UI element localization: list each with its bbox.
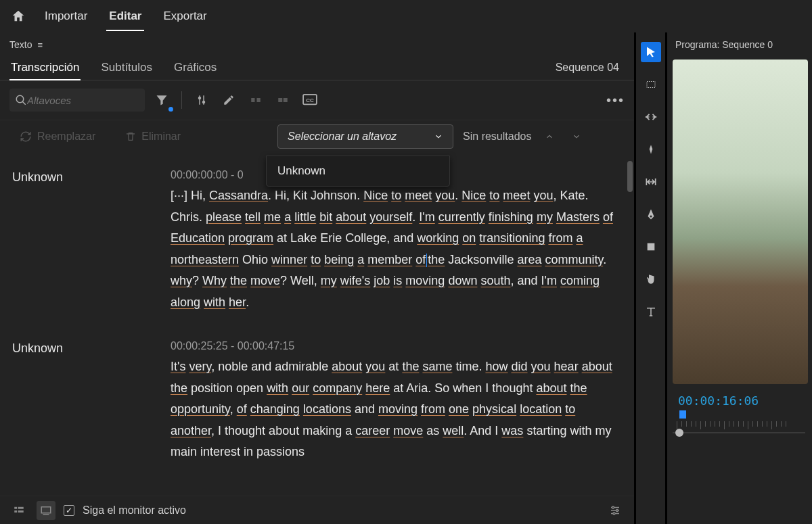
svg-text:CC: CC: [306, 97, 314, 103]
svg-rect-15: [18, 510, 24, 513]
replace-button: Reemplazar: [9, 126, 106, 147]
delete-label: Eliminar: [141, 130, 181, 143]
filter-icon[interactable]: [152, 90, 172, 110]
selection-tool-icon[interactable]: [641, 42, 661, 62]
svg-rect-8: [278, 98, 282, 102]
no-results-label: Sin resultados: [463, 130, 531, 143]
merge-icon: [273, 90, 293, 110]
settings-icon[interactable]: [606, 501, 625, 520]
view-list-icon[interactable]: [9, 501, 28, 520]
pencil-icon[interactable]: [219, 90, 239, 110]
ripple-edit-icon[interactable]: [641, 107, 661, 127]
timeline-ticks: [673, 421, 812, 428]
transcript-speaker[interactable]: Unknown: [12, 340, 154, 463]
svg-rect-12: [14, 506, 17, 508]
home-icon[interactable]: [11, 9, 26, 24]
panel-menu-icon[interactable]: ≡: [37, 40, 43, 50]
svg-rect-6: [251, 98, 254, 102]
transcript-block: Unknown 00:00:25:25 - 00:00:47:15 It's v…: [12, 340, 622, 463]
type-tool-icon[interactable]: [641, 302, 661, 322]
panel-title: Texto: [9, 39, 32, 50]
speaker-dropdown: Unknown: [266, 156, 450, 187]
tab-edit[interactable]: Editar: [106, 1, 144, 31]
speaker-select-label: Seleccionar un altavoz: [288, 130, 397, 143]
svg-point-23: [613, 513, 615, 515]
scrub-track[interactable]: [673, 432, 805, 433]
transcript-block: Unknown 00:00:00:00 - 0 [···] Hi, Cassan…: [12, 169, 622, 313]
svg-line-1: [22, 101, 26, 105]
scrollbar[interactable]: [627, 161, 633, 192]
program-timecode[interactable]: 00:00:16:06: [678, 394, 812, 408]
follow-monitor-checkbox[interactable]: ✓: [64, 505, 74, 516]
svg-point-0: [16, 95, 24, 103]
tab-import[interactable]: Importar: [42, 1, 90, 31]
follow-monitor-label: Siga el monitor activo: [83, 504, 186, 517]
replace-label: Reemplazar: [37, 130, 95, 143]
svg-point-21: [612, 506, 614, 508]
svg-rect-13: [18, 506, 24, 508]
split-icon: [246, 90, 266, 110]
delete-button: Eliminar: [115, 126, 191, 147]
program-title: Programa: Sequence 0: [667, 32, 812, 54]
svg-point-4: [199, 97, 201, 99]
program-monitor: Programa: Sequence 0 00:00:16:06: [667, 32, 812, 524]
razor-tool-icon[interactable]: [641, 139, 661, 160]
svg-point-5: [203, 101, 205, 103]
prev-result-icon: [541, 132, 558, 141]
track-select-icon[interactable]: [641, 74, 661, 95]
svg-point-22: [616, 509, 618, 511]
slip-tool-icon[interactable]: [641, 172, 661, 192]
text-panel: Texto ≡ Transcripción Subtítulos Gráfico…: [0, 32, 636, 524]
svg-rect-16: [41, 506, 51, 513]
subtab-graphics[interactable]: Gráficos: [173, 55, 218, 80]
chevron-down-icon: [434, 132, 443, 141]
svg-rect-7: [257, 98, 261, 102]
subtab-transcription[interactable]: Transcripción: [9, 55, 81, 80]
pen-tool-icon[interactable]: [641, 204, 661, 224]
svg-rect-9: [284, 98, 288, 102]
tool-palette: [636, 32, 667, 524]
program-video-frame[interactable]: [673, 59, 808, 384]
next-result-icon: [568, 132, 585, 141]
transcript-list: Unknown 00:00:00:00 - 0 [···] Hi, Cassan…: [0, 154, 634, 496]
cc-icon[interactable]: CC: [300, 90, 320, 110]
search-input[interactable]: [27, 95, 156, 106]
program-timeline[interactable]: [673, 410, 812, 435]
hand-tool-icon[interactable]: [641, 269, 661, 289]
rectangle-tool-icon[interactable]: [641, 237, 661, 257]
transcript-speaker[interactable]: Unknown: [12, 169, 154, 313]
transcript-text[interactable]: It's very, noble and admirable about you…: [171, 356, 622, 463]
view-subtitle-icon[interactable]: [37, 501, 55, 520]
scrub-handle[interactable]: [675, 429, 683, 437]
tab-export[interactable]: Exportar: [160, 1, 209, 31]
transcript-text[interactable]: [···] Hi, Cassandra. Hi, Kit Johnson. Ni…: [171, 185, 622, 313]
playhead-icon[interactable]: [679, 410, 686, 419]
svg-rect-14: [14, 510, 17, 513]
more-icon[interactable]: •••: [606, 93, 625, 108]
sliders-icon[interactable]: [191, 90, 212, 110]
svg-rect-24: [647, 82, 655, 88]
svg-rect-27: [647, 243, 654, 251]
transcript-timecode: 00:00:25:25 - 00:00:47:15: [171, 340, 622, 352]
subtab-subtitles[interactable]: Subtítulos: [99, 55, 154, 80]
dropdown-item-unknown[interactable]: Unknown: [267, 156, 449, 186]
sequence-label: Sequence 04: [556, 62, 625, 74]
speaker-select[interactable]: Seleccionar un altavoz: [277, 124, 453, 149]
search-icon[interactable]: [15, 90, 27, 110]
